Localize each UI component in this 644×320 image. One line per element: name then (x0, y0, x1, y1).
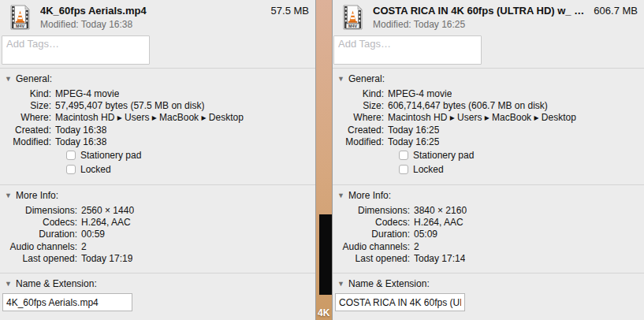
desktop-file-icon[interactable] (319, 214, 332, 295)
checkbox-label: Stationery pad (80, 150, 141, 161)
info-row: Modified:Today 16:25 (333, 136, 644, 148)
stationery-pad-checkbox[interactable] (66, 151, 76, 160)
info-row: Size:57,495,407 bytes (57.5 MB on disk) (0, 100, 315, 112)
disclosure-triangle-icon[interactable]: ▼ (337, 280, 348, 288)
file-modified-line: Modified: Today 16:38 (40, 18, 265, 31)
disclosure-triangle-icon[interactable]: ▼ (337, 75, 348, 83)
general-section-header[interactable]: ▼ General: (0, 73, 315, 85)
file-size-label: 57.5 MB (271, 5, 309, 17)
info-value: Today 17:19 (81, 253, 132, 265)
locked-checkbox-row[interactable]: Locked (399, 162, 644, 177)
info-label: Codecs: (333, 217, 410, 229)
file-header-text: COSTA RICA IN 4K 60fps (ULTRA HD) w_ Fre… (373, 5, 587, 31)
info-label: Size: (333, 100, 384, 112)
breadcrumb: Macintosh HD ▸ Users ▸ MacBook ▸ Desktop (388, 112, 576, 124)
info-label: Created: (0, 125, 51, 136)
stationery-pad-checkbox-row[interactable]: Stationery pad (399, 148, 644, 162)
info-row: Audio channels:2 (333, 241, 644, 253)
more-info-section-header[interactable]: ▼ More Info: (0, 189, 315, 202)
info-value: Today 16:38 (55, 125, 106, 136)
info-row: Duration:05:09 (333, 229, 644, 240)
section-divider (0, 184, 315, 185)
more-info-rows: Dimensions:3840 × 2160 Codecs:H.264, AAC… (333, 205, 644, 265)
info-row: Duration:00:59 (0, 229, 315, 240)
info-value: Today 17:14 (414, 253, 465, 265)
checkbox-label: Locked (80, 164, 111, 175)
info-row: Last opened:Today 17:14 (333, 253, 644, 265)
info-row: Modified:Today 16:38 (0, 136, 315, 148)
file-title: COSTA RICA IN 4K 60fps (ULTRA HD) w_ Fre… (373, 5, 587, 17)
more-info-section-header[interactable]: ▼ More Info: (333, 189, 644, 202)
tags-input[interactable] (2, 35, 150, 65)
info-value: H.264, AAC (414, 217, 463, 229)
info-row: Dimensions:3840 × 2160 (333, 205, 644, 217)
info-value: 3840 × 2160 (414, 205, 467, 217)
disclosure-triangle-icon[interactable]: ▼ (5, 280, 16, 288)
name-extension-section-header[interactable]: ▼ Name & Extension: (333, 277, 644, 290)
desktop-background: 4K (316, 0, 332, 320)
info-label: Audio channels: (333, 241, 410, 253)
general-rows: Kind:MPEG-4 movie Size:57,495,407 bytes … (0, 88, 315, 177)
info-value: MPEG-4 movie (55, 88, 119, 100)
info-row: Codecs:H.264, AAC (0, 217, 315, 229)
info-label: Modified: (0, 136, 51, 148)
more-info-rows: Dimensions:2560 × 1440 Codecs:H.264, AAC… (0, 205, 315, 265)
info-label: Audio channels: (0, 241, 77, 253)
info-label: Modified: (333, 136, 384, 148)
info-label: Last opened: (333, 253, 410, 265)
info-row: Created:Today 16:38 (0, 125, 315, 136)
info-label: Codecs: (0, 217, 77, 229)
info-value: 00:59 (81, 229, 105, 240)
info-value: 57,495,407 bytes (57.5 MB on disk) (55, 100, 204, 112)
disclosure-triangle-icon[interactable]: ▼ (5, 75, 16, 83)
info-label: Duration: (333, 229, 410, 240)
info-value: 2560 × 1440 (81, 205, 134, 217)
info-label: Where: (333, 112, 384, 124)
section-title: More Info: (348, 190, 391, 201)
locked-checkbox[interactable] (399, 165, 408, 174)
info-label: Dimensions: (333, 205, 410, 217)
info-label: Last opened: (0, 253, 77, 265)
get-info-window-left: M4V 4K_60fps Aerials.mp4 Modified: Today… (0, 0, 316, 320)
filename-input[interactable] (335, 293, 465, 311)
info-value: MPEG-4 movie (388, 88, 452, 100)
file-modified-line: Modified: Today 16:25 (373, 18, 587, 31)
info-label: Kind: (0, 88, 51, 100)
disclosure-triangle-icon[interactable]: ▼ (337, 192, 348, 199)
section-title: General: (348, 73, 385, 84)
stationery-pad-checkbox-row[interactable]: Stationery pad (66, 148, 315, 162)
get-info-window-right: M4V COSTA RICA IN 4K 60fps (ULTRA HD) w_… (332, 0, 644, 320)
general-section-header[interactable]: ▼ General: (333, 73, 644, 85)
section-title: Name & Extension: (16, 278, 97, 289)
filename-input[interactable] (2, 293, 132, 311)
locked-checkbox-row[interactable]: Locked (66, 162, 315, 177)
info-row: Dimensions:2560 × 1440 (0, 205, 315, 217)
info-row: Codecs:H.264, AAC (333, 217, 644, 229)
info-label: Duration: (0, 229, 77, 240)
info-value: Today 16:25 (388, 136, 439, 148)
checkbox-label: Locked (413, 164, 444, 175)
info-value: H.264, AAC (81, 217, 131, 229)
stationery-pad-checkbox[interactable] (399, 151, 408, 160)
section-divider (333, 184, 644, 185)
file-header: M4V 4K_60fps Aerials.mp4 Modified: Today… (0, 0, 315, 31)
info-row: Where:Macintosh HD ▸ Users ▸ MacBook ▸ D… (333, 112, 644, 124)
name-extension-section-header[interactable]: ▼ Name & Extension: (0, 277, 315, 290)
info-value: 606,714,647 bytes (606.7 MB on disk) (388, 100, 548, 112)
section-divider (333, 273, 644, 273)
info-row: Where:Macintosh HD ▸ Users ▸ MacBook ▸ D… (0, 112, 315, 124)
tags-input[interactable] (333, 35, 482, 65)
info-label: Kind: (333, 88, 384, 100)
info-row: Audio channels:2 (0, 241, 315, 253)
file-header: M4V COSTA RICA IN 4K 60fps (ULTRA HD) w_… (333, 0, 644, 31)
info-value: 2 (414, 241, 419, 253)
disclosure-triangle-icon[interactable]: ▼ (5, 192, 16, 199)
section-title: More Info: (16, 190, 58, 201)
file-title: 4K_60fps Aerials.mp4 (40, 5, 265, 17)
locked-checkbox[interactable] (66, 165, 76, 174)
file-header-text: 4K_60fps Aerials.mp4 Modified: Today 16:… (40, 5, 265, 31)
info-row: Size:606,714,647 bytes (606.7 MB on disk… (333, 100, 644, 112)
info-value: 2 (81, 241, 87, 253)
section-title: General: (16, 73, 52, 84)
section-divider (333, 68, 644, 69)
